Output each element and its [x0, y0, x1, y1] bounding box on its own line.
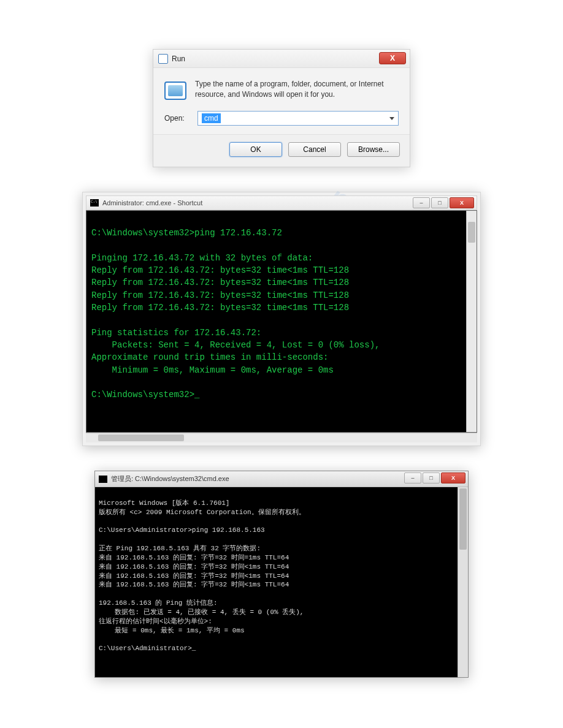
- cmd1-output: C:\Windows\system32>ping 172.16.43.72 Pi…: [91, 228, 380, 400]
- cmd2-output: Microsoft Windows [版本 6.1.7601] 版权所有 <c>…: [99, 499, 305, 653]
- maximize-button[interactable]: □: [431, 197, 448, 208]
- cmd-window-2: 管理员: C:\Windows\system32\cmd.exe – □ X M…: [94, 471, 469, 678]
- cmd1-titlebar[interactable]: Administrator: cmd.exe - Shortcut – □ X: [86, 195, 477, 210]
- run-footer: OK Cancel Browse...: [153, 134, 410, 167]
- cmd-window-1: m Administrator: cmd.exe - Shortcut – □ …: [82, 192, 481, 446]
- close-button[interactable]: X: [379, 52, 406, 64]
- scroll-thumb[interactable]: [459, 488, 467, 550]
- cmd2-title: 管理员: C:\Windows\system32\cmd.exe: [111, 474, 229, 483]
- close-icon: X: [390, 54, 395, 63]
- cmd1-title: Administrator: cmd.exe - Shortcut: [102, 199, 202, 207]
- minimize-button[interactable]: –: [413, 197, 430, 208]
- cmd-icon: [90, 199, 99, 207]
- run-titlebar[interactable]: Run X: [153, 50, 410, 68]
- cmd1-console[interactable]: C:\Windows\system32>ping 172.16.43.72 Pi…: [86, 210, 477, 433]
- cancel-button[interactable]: Cancel: [288, 142, 341, 157]
- close-button[interactable]: X: [450, 197, 474, 208]
- run-description: Type the name of a program, folder, docu…: [195, 79, 399, 100]
- run-program-icon: [164, 82, 186, 100]
- cmd-icon: [99, 476, 107, 483]
- vertical-scrollbar[interactable]: [466, 211, 477, 432]
- open-combobox[interactable]: cmd: [197, 111, 399, 126]
- run-icon: [158, 54, 168, 64]
- close-button[interactable]: X: [441, 472, 465, 483]
- ok-button[interactable]: OK: [229, 142, 282, 157]
- horizontal-scrollbar[interactable]: [86, 433, 477, 442]
- scroll-thumb[interactable]: [468, 222, 475, 243]
- chevron-down-icon[interactable]: [389, 117, 394, 120]
- open-input-value: cmd: [202, 113, 221, 123]
- run-dialog: Run X Type the name of a program, folder…: [153, 49, 410, 167]
- minimize-button[interactable]: –: [404, 472, 421, 483]
- cmd2-console[interactable]: Microsoft Windows [版本 6.1.7601] 版权所有 <c>…: [95, 487, 468, 677]
- vertical-scrollbar[interactable]: [458, 487, 468, 677]
- cmd2-titlebar[interactable]: 管理员: C:\Windows\system32\cmd.exe – □ X: [95, 471, 468, 487]
- browse-button[interactable]: Browse...: [347, 142, 400, 157]
- scroll-thumb[interactable]: [98, 434, 184, 441]
- open-label: Open:: [164, 114, 190, 123]
- run-body: Type the name of a program, folder, docu…: [153, 68, 410, 134]
- maximize-button[interactable]: □: [423, 472, 440, 483]
- run-title: Run: [172, 55, 185, 63]
